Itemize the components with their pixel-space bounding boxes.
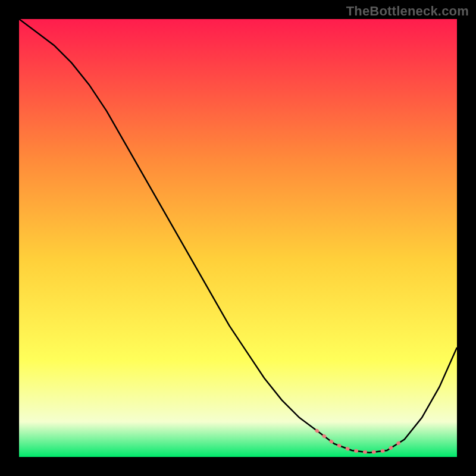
chart-svg	[19, 19, 457, 457]
chart-frame: TheBottleneck.com	[0, 0, 476, 476]
watermark-text: TheBottleneck.com	[346, 4, 469, 19]
gradient-background	[19, 19, 457, 457]
plot-area	[19, 19, 457, 457]
